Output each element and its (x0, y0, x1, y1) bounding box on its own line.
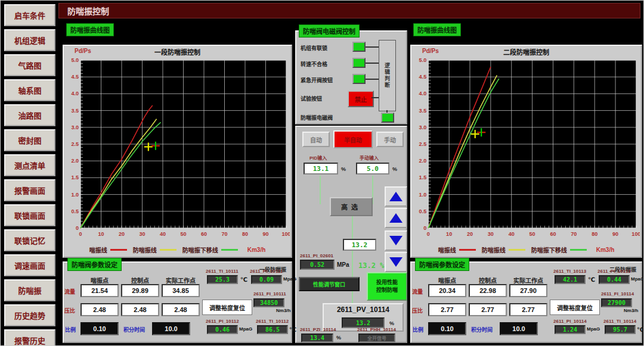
decrease-button[interactable] (385, 230, 407, 251)
flow-working-point: 27.90 (509, 284, 547, 297)
svg-text:2.5: 2.5 (71, 141, 79, 147)
stage1-chart-panel: Pd/Ps 一段防喘振控制 5.04.54.03.53.02.52.01.51.… (63, 45, 292, 258)
increase-fast-button[interactable] (385, 186, 407, 207)
output-value-field[interactable]: 13.2 (343, 239, 376, 251)
svg-text:0.5: 0.5 (419, 208, 427, 214)
svg-text:3.5: 3.5 (71, 108, 79, 114)
sidebar-item-history-trend[interactable]: 历史趋势 (4, 304, 55, 326)
svg-text:3.0: 3.0 (419, 124, 427, 130)
phh-10114-status: 全开信号 (358, 333, 395, 342)
ratio-working-point: 2.48 (162, 303, 200, 316)
legend-surge-line-label: 喘振线 (89, 245, 107, 254)
right-curve-chart-label: 防喘振曲线图 (413, 23, 461, 36)
decrease-fast-button[interactable] (385, 252, 407, 272)
flow-surge-point: 21.54 (80, 284, 119, 297)
sidebar-item-speed-screen[interactable]: 调速画面 (4, 254, 55, 276)
manual-input-label: 手动输入 (360, 154, 379, 161)
stage1-chart-title: 一段防喘振控制 (65, 47, 290, 57)
fi-10114-unit: Nm3/h (624, 308, 638, 313)
pzi-10114-unit: % (336, 335, 341, 341)
svg-text:0: 0 (427, 231, 430, 237)
pi-10113-unit: MpaG (631, 276, 644, 282)
connector-line (366, 63, 379, 64)
sidebar-item-point-list[interactable]: 测点清单 (4, 154, 55, 176)
svg-text:1.0: 1.0 (71, 192, 79, 198)
fi-10114-tag: 2611_FI_10114 (601, 291, 634, 297)
sidebar-item-interlock-memory[interactable]: 联锁记忆 (4, 229, 55, 251)
sidebar-item-seal-diagram[interactable]: 密封图 (4, 129, 55, 151)
anti-surge-solenoid-label: 防喘振电磁阀 (301, 114, 333, 121)
sidebar-item-oil-diagram[interactable]: 油路图 (4, 104, 55, 126)
sidebar-item-anti-surge[interactable]: 防喘振 (4, 279, 55, 301)
stage2-chart-plot: 5.04.54.03.53.02.52.01.51.00.50010203040… (413, 57, 640, 244)
proportional-label: 比例 (65, 326, 76, 333)
surge-line-swatch (110, 249, 127, 251)
svg-text:1.5: 1.5 (71, 174, 79, 180)
sidebar-item-interlock-screen[interactable]: 联锁画面 (4, 204, 55, 226)
stage2-chart-legend: 喘振线 防喘振线 防喘振下移线 Km3/h (413, 244, 640, 255)
performance-control-status[interactable]: 投用性能 控制防喘 (367, 272, 407, 301)
flow-row-label: 流量 (64, 288, 80, 295)
pzi-10114-tag: 2611_PZI_10114 (300, 327, 336, 332)
ti-10112-unit: ℃ (289, 326, 296, 333)
svg-text:0: 0 (79, 231, 82, 237)
page-title: 防喘振控制 (67, 5, 109, 17)
connector-line (320, 176, 321, 204)
proportional-field[interactable]: 0.10 (80, 322, 119, 335)
svg-text:30: 30 (488, 231, 494, 237)
sidebar-item-shaft-diagram[interactable]: 轴系图 (4, 79, 55, 101)
sidebar-item-unit-logic[interactable]: 机组逻辑 (4, 29, 55, 51)
integral-time-field[interactable]: 10.0 (152, 322, 190, 335)
arrow-up-icon (389, 192, 402, 201)
valve-position-text: 13.2 % (358, 261, 384, 270)
solenoid-panel: 机组有联锁 转速不合格 紧急开阀按钮 试验按钮 禁止 逻辑判断 防喘振电磁阀 (295, 30, 407, 124)
svg-text:70: 70 (571, 231, 577, 237)
svg-text:4.5: 4.5 (71, 74, 79, 80)
auto-mode-button[interactable]: 自动 (302, 132, 330, 147)
stage2-x-axis-unit: Km3/h (596, 247, 615, 253)
emergency-open-valve-indicator (352, 74, 366, 84)
svg-text:70: 70 (221, 231, 227, 237)
svg-text:1.5: 1.5 (419, 174, 427, 180)
manual-input-field[interactable]: 5.0 (356, 163, 389, 174)
margin-reset-button[interactable]: 调整裕度复位 (550, 300, 600, 315)
sidebar-item-start-conditions[interactable]: 启车条件 (4, 4, 55, 26)
svg-text:2.5: 2.5 (419, 141, 427, 147)
logic-judgment-box: 逻辑判断 (379, 40, 396, 111)
svg-text:90: 90 (612, 231, 618, 237)
stage1-params-panel: 一段防喘振 喘振点 控制点 实际工作点 流量 21.54 29.89 34.85… (63, 261, 292, 343)
margin-reset-button[interactable]: 调整裕度复位 (202, 300, 252, 315)
increase-button[interactable] (385, 208, 407, 228)
svg-text:4.0: 4.0 (71, 91, 79, 96)
integral-time-field[interactable]: 10.0 (500, 322, 538, 335)
high-select-button[interactable]: 高选 (330, 197, 373, 216)
pi-10112-display: 0.46 (207, 325, 238, 334)
pi-10112-tag: 2611_PI_10112 (206, 319, 239, 324)
ti-10111-display: 25.3 (207, 275, 238, 284)
pid-input-field[interactable]: 13.1 (304, 163, 338, 174)
svg-text:5.0: 5.0 (419, 57, 427, 63)
semi-auto-mode-button[interactable]: 半自动 (333, 130, 373, 148)
pzi-10114-display: 13.4 (301, 333, 333, 342)
pi-10111-unit: MpaG (283, 276, 296, 282)
svg-text:20: 20 (119, 231, 125, 237)
proportional-field[interactable]: 0.10 (428, 322, 466, 335)
sidebar-item-alarm-history[interactable]: 报警历史 (4, 329, 55, 346)
sidebar-item-gas-diagram[interactable]: 气路图 (4, 54, 55, 76)
svg-text:60: 60 (550, 231, 556, 237)
ti-10114-unit: ℃ (637, 326, 644, 333)
fi-10111-display: 34850 (253, 298, 284, 307)
performance-window-button[interactable]: 性能调节窗口 (299, 277, 360, 291)
svg-text:60: 60 (201, 231, 207, 237)
stage2-chart-panel: Pd/Ps 二段防喘振控制 5.04.54.03.53.02.52.01.51.… (410, 45, 642, 258)
test-inhibit-button[interactable]: 禁止 (348, 91, 374, 107)
anti-surge-control-screen: 启车条件 机组逻辑 气路图 轴系图 油路图 密封图 测点清单 报警画面 联锁画面… (0, 0, 644, 346)
fi-10114-display: 27900 (601, 298, 632, 307)
legend-downshift-line-label: 防喘振下移线 (182, 245, 218, 254)
sidebar-item-alarm-screen[interactable]: 报警画面 (4, 179, 55, 201)
fi-10111-unit: Nm3/h (276, 308, 290, 313)
svg-text:50: 50 (530, 231, 535, 237)
svg-text:3.0: 3.0 (71, 124, 79, 130)
manual-mode-button[interactable]: 手动 (376, 132, 404, 147)
control-point-header: 控制点 (121, 276, 159, 285)
